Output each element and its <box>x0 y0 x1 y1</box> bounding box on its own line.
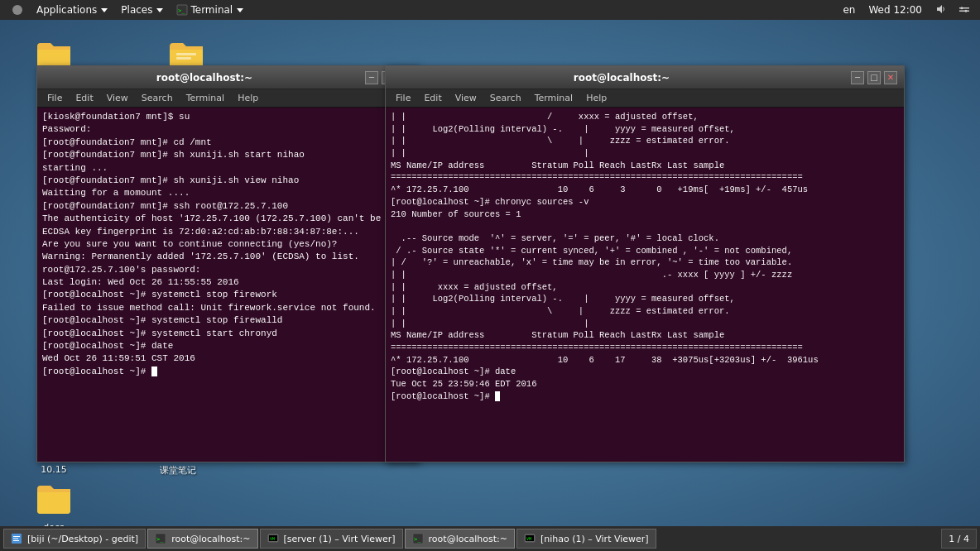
desktop: 10.15 课堂笔记 docs root@localhost:~ ─ □ ✕ <box>0 20 980 526</box>
terminal-menubar-1: File Edit View Search Terminal Help <box>37 89 418 108</box>
menu-search-2[interactable]: Search <box>483 91 528 105</box>
svg-point-0 <box>12 5 22 15</box>
top-panel-right: en Wed 12:00 <box>839 2 973 19</box>
menu-help-1[interactable]: Help <box>231 91 265 105</box>
taskbar: [biji (~/Desktop) - gedit] >_ root@local… <box>0 526 980 551</box>
terminal-icon: >_ <box>176 4 188 16</box>
virt-icon-2: VM <box>524 533 536 544</box>
terminal-titlebar-2: root@localhost:~ ─ □ ✕ <box>386 66 904 89</box>
menu-view-1[interactable]: View <box>100 91 135 105</box>
terminal-window-1: root@localhost:~ ─ □ ✕ File Edit View Se… <box>36 65 419 462</box>
lang-indicator[interactable]: en <box>839 2 858 17</box>
svg-rect-13 <box>13 540 19 541</box>
folder-docs-icon <box>34 479 74 519</box>
taskbar-gedit[interactable]: [biji (~/Desktop) - gedit] <box>3 529 146 549</box>
taskbar-virt1[interactable]: VM [server (1) – Virt Viewer] <box>260 529 403 549</box>
taskbar-term1-label: root@localhost:~ <box>171 534 250 544</box>
terminal-arrow <box>237 8 243 12</box>
terminal-taskbar-icon-1: >_ <box>155 533 166 544</box>
virt-icon-1: VM <box>267 533 279 544</box>
terminal-window-2: root@localhost:~ ─ □ ✕ File Edit View Se… <box>385 65 905 462</box>
desktop-icon-docs[interactable]: docs <box>21 479 87 533</box>
svg-text:>_: >_ <box>178 7 185 14</box>
svg-marker-3 <box>937 5 942 13</box>
close-button-2[interactable]: ✕ <box>884 71 897 84</box>
menu-edit-2[interactable]: Edit <box>417 91 448 105</box>
terminal-menubar-2: File Edit View Search Terminal Help <box>386 89 904 108</box>
menu-edit-1[interactable]: Edit <box>69 91 99 105</box>
svg-point-6 <box>961 7 963 9</box>
taskbar-gedit-label: [biji (~/Desktop) - gedit] <box>27 534 138 544</box>
minimize-button-2[interactable]: ─ <box>851 71 864 84</box>
menu-file-2[interactable]: File <box>389 91 417 105</box>
top-panel: Applications Places >_ Terminal en Wed 1… <box>0 0 980 20</box>
svg-rect-11 <box>13 536 20 537</box>
maximize-button-2[interactable]: □ <box>867 71 881 84</box>
menu-search-1[interactable]: Search <box>135 91 180 105</box>
minimize-button-1[interactable]: ─ <box>365 71 378 84</box>
taskbar-term2-label: root@localhost:~ <box>429 534 507 544</box>
svg-rect-5 <box>959 10 969 12</box>
gedit-icon <box>11 533 22 544</box>
svg-text:>_: >_ <box>156 536 164 543</box>
svg-rect-8 <box>176 53 196 55</box>
svg-text:VM: VM <box>270 536 275 541</box>
terminal-body-1[interactable]: [kiosk@foundation7 mnt]$ su Password: [r… <box>37 108 418 462</box>
terminal-taskbar-icon-2: >_ <box>412 533 424 544</box>
top-panel-left: Applications Places >_ Terminal <box>7 2 248 17</box>
taskbar-term2[interactable]: >_ root@localhost:~ <box>405 529 515 549</box>
taskbar-nihao-label: [nihao (1) – Virt Viewer] <box>540 534 649 544</box>
menu-view-2[interactable]: View <box>449 91 483 105</box>
icon-1015-label: 10.15 <box>41 464 67 475</box>
places-arrow <box>156 8 163 12</box>
svg-point-7 <box>965 9 968 12</box>
applications-menu[interactable]: Applications <box>31 2 113 17</box>
clock: Wed 12:00 <box>863 2 927 17</box>
icon-notes-label: 课堂笔记 <box>160 464 196 477</box>
menu-terminal-2[interactable]: Terminal <box>528 91 580 105</box>
terminal-title-2: root@localhost:~ <box>392 72 851 84</box>
terminal-menu[interactable]: >_ Terminal <box>171 2 248 17</box>
taskbar-term1[interactable]: >_ root@localhost:~ <box>147 529 257 549</box>
applications-arrow <box>101 8 108 12</box>
settings-icon[interactable] <box>955 2 973 19</box>
taskbar-virt1-label: [server (1) – Virt Viewer] <box>284 534 396 544</box>
terminal-body-2[interactable]: | | / xxxx = adjusted offset, | | Log2(P… <box>386 108 904 462</box>
top-panel-logo[interactable] <box>7 2 28 17</box>
terminal-titlebar-1: root@localhost:~ ─ □ ✕ <box>37 66 418 89</box>
svg-text:VM: VM <box>526 536 531 541</box>
svg-rect-12 <box>13 539 18 539</box>
taskbar-pager[interactable]: 1 / 4 <box>941 529 977 549</box>
terminal-title-1: root@localhost:~ <box>44 72 365 84</box>
window-controls-right-2: ─ □ ✕ <box>851 71 897 84</box>
places-menu[interactable]: Places <box>116 2 168 17</box>
menu-help-2[interactable]: Help <box>579 91 613 105</box>
taskbar-nihao[interactable]: VM [nihao (1) – Virt Viewer] <box>516 529 656 549</box>
speaker-icon[interactable] <box>932 2 950 19</box>
menu-terminal-1[interactable]: Terminal <box>180 91 232 105</box>
svg-rect-9 <box>176 57 191 60</box>
svg-text:>_: >_ <box>414 536 421 543</box>
logo-icon <box>12 4 23 16</box>
menu-file-1[interactable]: File <box>41 91 69 105</box>
